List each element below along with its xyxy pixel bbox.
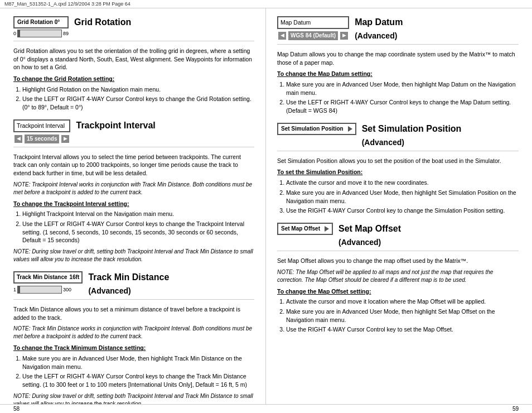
left-page: Grid Rotation 0° 0 89 Grid Rotation xyxy=(0,8,266,404)
track-min-steps: Make sure you are in Advanced User Mode,… xyxy=(13,354,254,389)
section-set-map-offset: Set Map Offset Set Map Offset (Advanced)… xyxy=(277,223,519,334)
map-offset-title-col: Set Map Offset (Advanced) xyxy=(338,223,519,248)
map-datum-title-col: Map Datum (Advanced) xyxy=(355,16,519,42)
map-datum-right-arrow[interactable]: ▶ xyxy=(340,32,348,40)
sim-position-body: Set Simulation Position allows you to se… xyxy=(277,157,519,165)
page-number-bar: 58 59 xyxy=(0,404,532,413)
sim-position-widget-col: Set Simulation Position xyxy=(277,123,356,137)
map-offset-title: Set Map Offset xyxy=(338,223,519,235)
trackpoint-widget-label: Trackpoint Interval xyxy=(17,122,65,130)
list-item: Make sure you are in Advanced User Mode,… xyxy=(286,308,519,324)
map-datum-title-sub: (Advanced) xyxy=(355,31,519,42)
sim-position-arrow-icon xyxy=(348,126,352,132)
section-map-datum: Map Datum ◀ WGS 84 (Default) ▶ Map Datum… xyxy=(277,16,519,115)
track-min-title-col: Track Min Distance (Advanced) xyxy=(88,271,254,297)
map-datum-change-heading: To change the Map Datum setting: xyxy=(277,70,519,78)
track-min-note: NOTE: Track Min Distance works in conjun… xyxy=(13,325,254,340)
list-item: Use the LEFT or RIGHT 4-WAY Cursor Contr… xyxy=(286,98,519,114)
list-item: Use the LEFT or RIGHT 4-WAY Cursor Contr… xyxy=(22,220,254,244)
topbar-text: M87_Man_531352-1_A.qxd 12/9/2004 3:28 PM… xyxy=(4,1,130,7)
section-grid-rotation: Grid Rotation 0° 0 89 Grid Rotation xyxy=(13,16,254,112)
map-offset-widget-col: Set Map Offset xyxy=(277,223,333,237)
trackpoint-note: NOTE: Trackpoint Interval works in conju… xyxy=(13,181,254,196)
sim-position-steps: Activate the cursor and move it to the n… xyxy=(277,179,519,215)
track-min-title-sub: (Advanced) xyxy=(88,286,254,297)
map-offset-widget: Set Map Offset xyxy=(277,223,333,235)
track-min-note2: NOTE: During slow travel or drift, setti… xyxy=(13,392,254,404)
list-item: Use the RIGHT 4-WAY Cursor Control key t… xyxy=(286,325,519,334)
track-min-change-heading: To change the Track Minimum Distance set… xyxy=(13,344,254,352)
trackpoint-left-arrow[interactable]: ◀ xyxy=(14,135,22,143)
map-datum-widget-col: Map Datum ◀ WGS 84 (Default) ▶ xyxy=(277,16,349,41)
map-offset-title-sub: (Advanced) xyxy=(338,237,519,248)
trackpoint-interval-widget: Trackpoint Interval xyxy=(13,119,70,132)
grid-slider-start: 0 xyxy=(13,30,16,37)
map-offset-change-heading: To change the Map Offset setting: xyxy=(277,287,519,296)
map-datum-left-arrow[interactable]: ◀ xyxy=(278,32,286,40)
sim-position-title-sub: (Advanced) xyxy=(362,137,519,148)
track-min-label: Track Min Distance xyxy=(17,273,67,281)
track-min-slider[interactable] xyxy=(17,286,62,294)
trackpoint-widget-col: Trackpoint Interval ◀ 15 seconds ▶ xyxy=(13,119,70,145)
grid-rotation-slider[interactable] xyxy=(17,30,62,37)
map-datum-label: Map Datum xyxy=(280,18,311,27)
grid-slider-end: 89 xyxy=(63,30,69,37)
list-item: Use the LEFT or RIGHT 4-WAY Cursor Contr… xyxy=(22,372,254,388)
trackpoint-change-heading: To change the Trackpoint Interval settin… xyxy=(13,200,254,208)
sim-position-title-col: Set Simulation Position (Advanced) xyxy=(362,123,519,148)
map-datum-body: Map Datum allows you to change the map c… xyxy=(277,50,519,66)
map-offset-steps: Activate the cursor and move it location… xyxy=(277,297,519,334)
map-datum-value: WGS 84 (Default) xyxy=(288,31,338,40)
track-slider-start: 1 xyxy=(13,286,16,294)
grid-rotation-body: Grid Rotation allows you to set the orie… xyxy=(13,47,254,71)
right-page-number: 59 xyxy=(512,406,519,412)
list-item: Activate the cursor and move it to the n… xyxy=(286,179,519,187)
trackpoint-right-arrow[interactable]: ▶ xyxy=(61,135,69,143)
section-set-simulation-position: Set Simulation Position Set Simulation P… xyxy=(277,123,519,215)
list-item: Make sure you are in Advanced User Mode,… xyxy=(286,189,519,205)
trackpoint-interval-title: Trackpoint Interval xyxy=(76,119,254,132)
map-datum-steps: Make sure you are in Advanced User Mode,… xyxy=(277,80,519,115)
trackpoint-body: Trackpoint Interval allows you to select… xyxy=(13,153,254,177)
map-offset-body: Set Map Offset allows you to change the … xyxy=(277,257,519,265)
grid-rotation-widget-label: Grid Rotation xyxy=(17,19,53,25)
list-item: Use the RIGHT 4-WAY Cursor Control key t… xyxy=(286,206,519,215)
grid-rotation-widget-col: Grid Rotation 0° 0 89 xyxy=(13,16,69,39)
grid-rotation-widget-value: 0° xyxy=(55,19,60,25)
trackpoint-title-col: Trackpoint Interval xyxy=(76,119,254,134)
section-trackpoint-interval: Trackpoint Interval ◀ 15 seconds ▶ Track… xyxy=(13,119,254,263)
list-item: Make sure you are in Advanced User Mode,… xyxy=(286,80,519,97)
track-min-widget-col: Track Min Distance 16ft 1 300 xyxy=(13,271,83,295)
track-min-unit: 16ft xyxy=(70,273,80,281)
list-item: Highlight Trackpoint Interval on the Nav… xyxy=(22,210,254,218)
track-min-body: Track Min Distance allows you to set a m… xyxy=(13,305,254,321)
trackpoint-value: 15 seconds xyxy=(25,135,59,143)
map-offset-note: NOTE: The Map Offset will be applied to … xyxy=(277,268,519,284)
grid-rotation-widget: Grid Rotation 0° xyxy=(13,16,69,28)
map-datum-title: Map Datum xyxy=(355,16,519,28)
sim-position-widget: Set Simulation Position xyxy=(277,123,356,135)
left-page-number: 58 xyxy=(13,406,20,412)
section-track-min-distance: Track Min Distance 16ft 1 300 Track Min … xyxy=(13,271,254,404)
grid-rotation-change-heading: To change the Grid Rotation setting: xyxy=(13,75,254,83)
track-min-distance-widget: Track Min Distance 16ft xyxy=(13,271,83,284)
sim-position-label: Set Simulation Position xyxy=(281,125,344,133)
map-datum-widget: Map Datum xyxy=(277,16,349,29)
list-item: Use the LEFT or RIGHT 4-WAY Cursor Contr… xyxy=(22,95,254,111)
list-item: Make sure you are in Advanced User Mode,… xyxy=(22,354,254,371)
trackpoint-steps: Highlight Trackpoint Interval on the Nav… xyxy=(13,210,254,244)
sim-position-change-heading: To set the Simulation Position: xyxy=(277,168,519,176)
list-item: Activate the cursor and move it location… xyxy=(286,297,519,306)
sim-position-title: Set Simulation Position xyxy=(362,123,519,135)
grid-rotation-title-col: Grid Rotation xyxy=(74,16,254,31)
track-min-title: Track Min Distance xyxy=(88,271,254,284)
grid-rotation-title: Grid Rotation xyxy=(74,16,254,28)
right-page: Map Datum ◀ WGS 84 (Default) ▶ Map Datum… xyxy=(266,8,532,404)
map-offset-arrow-icon xyxy=(325,226,329,232)
trackpoint-note2: NOTE: During slow travel or drift, setti… xyxy=(13,248,254,263)
list-item: Highlight Grid Rotation on the Navigatio… xyxy=(22,85,254,94)
map-offset-label: Set Map Offset xyxy=(281,225,320,233)
grid-rotation-steps: Highlight Grid Rotation on the Navigatio… xyxy=(13,85,254,112)
track-slider-end: 300 xyxy=(63,286,71,294)
